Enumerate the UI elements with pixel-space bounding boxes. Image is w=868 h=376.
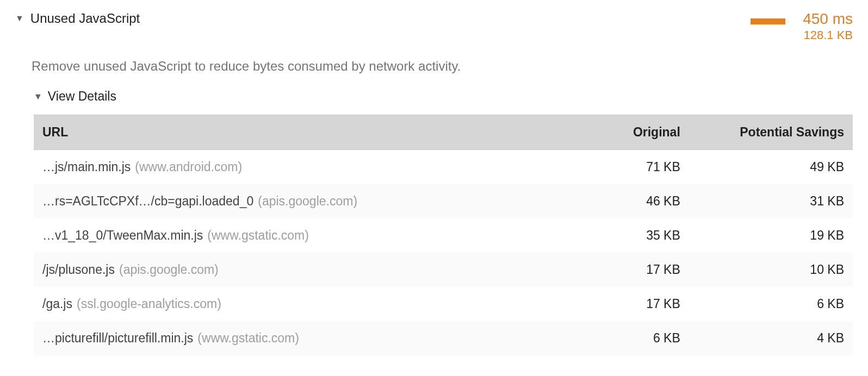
audit-title: Unused JavaScript <box>30 11 140 26</box>
details-table: URL Original Potential Savings …js/main.… <box>34 115 853 355</box>
audit-metrics: 450 ms 128.1 KB <box>803 11 853 42</box>
table-row: …v1_18_0/TweenMax.min.js(www.gstatic.com… <box>34 218 853 253</box>
cell-original: 17 KB <box>574 253 689 287</box>
view-details-toggle[interactable]: ▼ View Details <box>34 89 853 104</box>
cell-url[interactable]: …js/main.min.js(www.android.com) <box>34 150 574 185</box>
url-path: …v1_18_0/TweenMax.min.js <box>42 228 203 242</box>
cell-savings: 4 KB <box>689 321 853 355</box>
cell-url[interactable]: /js/plusone.js(apis.google.com) <box>34 253 574 287</box>
url-host: (www.android.com) <box>135 160 242 174</box>
metric-time: 450 ms <box>803 11 853 28</box>
url-host: (ssl.google-analytics.com) <box>77 297 221 311</box>
cell-url[interactable]: …picturefill/picturefill.min.js(www.gsta… <box>34 321 574 355</box>
metric-bar-icon <box>751 18 785 24</box>
cell-savings: 19 KB <box>689 218 853 253</box>
chevron-down-icon: ▼ <box>34 92 42 102</box>
cell-savings: 10 KB <box>689 253 853 287</box>
view-details-label: View Details <box>48 89 116 104</box>
url-path: …js/main.min.js <box>42 160 131 174</box>
cell-original: 46 KB <box>574 184 689 218</box>
url-path: /js/plusone.js <box>42 262 115 277</box>
audit-collapse-icon[interactable]: ▼ <box>15 14 24 23</box>
audit-header: ▼ Unused JavaScript 450 ms 128.1 KB <box>15 11 853 42</box>
cell-savings: 6 KB <box>689 287 853 321</box>
header-url[interactable]: URL <box>34 115 574 150</box>
url-host: (apis.google.com) <box>119 262 219 277</box>
table-row: /js/plusone.js(apis.google.com)17 KB10 K… <box>34 253 853 287</box>
header-original[interactable]: Original <box>574 115 689 150</box>
cell-url[interactable]: …rs=AGLTcCPXf…/cb=gapi.loaded_0(apis.goo… <box>34 184 574 218</box>
cell-original: 35 KB <box>574 218 689 253</box>
cell-original: 17 KB <box>574 287 689 321</box>
cell-url[interactable]: …v1_18_0/TweenMax.min.js(www.gstatic.com… <box>34 218 574 253</box>
cell-url[interactable]: /ga.js(ssl.google-analytics.com) <box>34 287 574 321</box>
url-path: /ga.js <box>42 297 72 311</box>
cell-original: 71 KB <box>574 150 689 185</box>
cell-original: 6 KB <box>574 321 689 355</box>
table-row: /ga.js(ssl.google-analytics.com)17 KB6 K… <box>34 287 853 321</box>
header-savings[interactable]: Potential Savings <box>689 115 853 150</box>
metric-size: 128.1 KB <box>803 28 853 43</box>
url-host: (www.gstatic.com) <box>197 331 299 345</box>
cell-savings: 31 KB <box>689 184 853 218</box>
url-path: …rs=AGLTcCPXf…/cb=gapi.loaded_0 <box>42 194 253 208</box>
url-host: (www.gstatic.com) <box>207 228 309 242</box>
table-row: …rs=AGLTcCPXf…/cb=gapi.loaded_0(apis.goo… <box>34 184 853 218</box>
url-path: …picturefill/picturefill.min.js <box>42 331 193 345</box>
table-row: …js/main.min.js(www.android.com)71 KB49 … <box>34 150 853 185</box>
audit-description: Remove unused JavaScript to reduce bytes… <box>32 59 853 74</box>
cell-savings: 49 KB <box>689 150 853 185</box>
table-row: …picturefill/picturefill.min.js(www.gsta… <box>34 321 853 355</box>
url-host: (apis.google.com) <box>258 194 357 208</box>
table-header-row: URL Original Potential Savings <box>34 115 853 150</box>
